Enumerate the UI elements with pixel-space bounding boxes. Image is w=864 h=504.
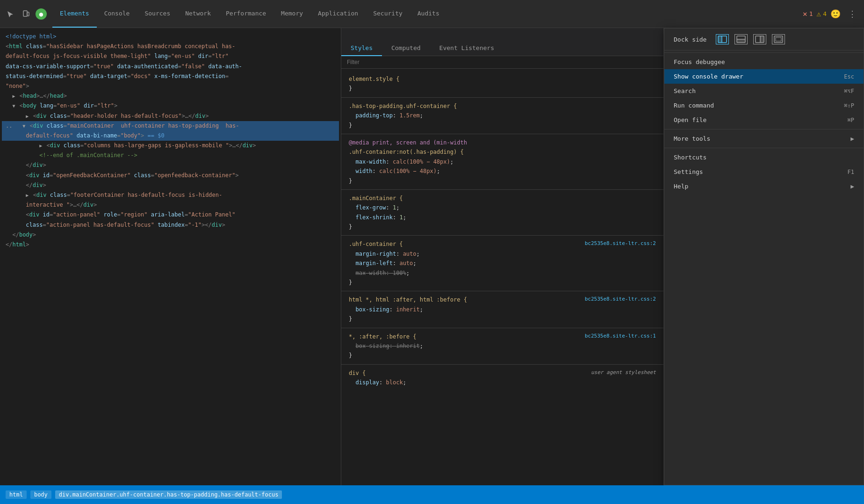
css-block-main-container: .mainContainer { flex-grow: 1; flex-shri… [341, 192, 663, 234]
main-layout: <!doctype html> <html class="hasSidebar … [0, 28, 864, 485]
styles-content: element.style { } .has-top-padding.uhf-c… [341, 69, 663, 470]
menu-item-help[interactable]: Help ▶ [664, 179, 864, 194]
html-line-selected[interactable]: default-focus" data-bi-name="body"> == $… [2, 131, 339, 141]
status-bar: html body div.mainContainer.uhf-containe… [0, 485, 864, 504]
html-content: <!doctype html> <html class="hasSidebar … [0, 28, 341, 253]
svg-rect-3 [718, 36, 722, 43]
css-source-link-3[interactable]: bc2535e8.site-ltr.css:1 [585, 332, 656, 341]
error-badge[interactable]: ✕ 1 [803, 9, 813, 18]
svg-rect-12 [776, 37, 781, 41]
status-tag-html[interactable]: html [6, 490, 27, 499]
css-block-html-all: html *, html :after, html :before { bc25… [341, 293, 663, 325]
html-line: class="action-panel has-default-focus" t… [2, 220, 339, 230]
undock-button[interactable] [772, 34, 785, 44]
menu-item-focus-debuggee[interactable]: Focus debuggee [664, 55, 864, 69]
html-line: </body> [2, 230, 339, 240]
menu-item-open-file[interactable]: Open file ⌘P [664, 113, 864, 127]
html-line: <html class="hasSidebar hasPageActions h… [2, 42, 339, 51]
record-icon[interactable]: ● [36, 8, 47, 20]
html-line: "none"> [2, 81, 339, 91]
tab-styles[interactable]: Styles [341, 41, 382, 56]
device-icon[interactable] [20, 7, 33, 21]
tab-network[interactable]: Network [178, 0, 218, 28]
tab-application[interactable]: Application [310, 0, 366, 28]
devtools-toolbar: ● Elements Console Sources Network Perfo… [0, 0, 864, 28]
css-source-link[interactable]: bc2535e8.site-ltr.css:2 [585, 239, 656, 248]
panel-tabs: Styles Computed Event Listeners [341, 28, 663, 56]
html-line: ▶ <head>…</head> [2, 91, 339, 101]
tab-list: Elements Console Sources Network Perform… [52, 0, 803, 28]
feedback-icon[interactable]: 🙂 [830, 9, 841, 19]
menu-item-search[interactable]: Search ⌘⌥F [664, 84, 864, 98]
tab-audits[interactable]: Audits [410, 0, 447, 28]
html-line: ▼ <body lang="en-us" dir="ltr"> [2, 101, 339, 111]
css-block-has-top-padding: .has-top-padding.uhf-container { padding… [341, 100, 663, 132]
svg-rect-1 [27, 12, 29, 16]
toolbar-right: ✕ 1 ⚠ 4 🙂 ⋮ [803, 7, 860, 21]
tab-performance[interactable]: Performance [218, 0, 274, 28]
tab-elements[interactable]: Elements [52, 0, 97, 28]
dropdown-menu: Dock side [664, 28, 864, 485]
html-line: ▶ <div class="header-holder has-default-… [2, 111, 339, 121]
tab-sources[interactable]: Sources [137, 0, 178, 28]
html-line: <div id="action-panel" role="region" ari… [2, 210, 339, 220]
status-tag-div[interactable]: div.mainContainer.uhf-container.has-top-… [55, 490, 282, 499]
tab-security[interactable]: Security [366, 0, 410, 28]
html-line: ▶ <div class="footerContainer has-defaul… [2, 190, 339, 200]
status-tag-body[interactable]: body [30, 490, 51, 499]
help-arrow: ▶ [850, 183, 854, 190]
html-line: data-css-variable-support="true" data-au… [2, 62, 339, 72]
styles-panel: Styles Computed Event Listeners element.… [341, 28, 664, 485]
html-line: </html> [2, 240, 339, 250]
filter-bar [341, 56, 663, 69]
html-line-selected[interactable]: .. ▼ <div class="mainContainer uhf-conta… [2, 121, 339, 131]
menu-item-shortcuts[interactable]: Shortcuts [664, 150, 864, 165]
html-line: <!--end of .mainContainer --> [2, 151, 339, 160]
css-block-element-style: element.style { } [341, 72, 663, 95]
html-line: default-focus js-focus-visible theme-lig… [2, 51, 339, 61]
dock-side-section: Dock side [664, 29, 864, 50]
dock-right-button[interactable] [753, 34, 766, 44]
svg-rect-0 [23, 11, 27, 16]
tab-console[interactable]: Console [97, 0, 137, 28]
css-block-uhf-container: .uhf-container { bc2535e8.site-ltr.css:2… [341, 238, 663, 289]
tab-event-listeners[interactable]: Event Listeners [430, 41, 504, 56]
menu-item-more-tools[interactable]: More tools ▶ [664, 131, 864, 146]
filter-input[interactable] [347, 59, 658, 65]
html-panel: <!doctype html> <html class="hasSidebar … [0, 28, 341, 485]
svg-rect-6 [737, 39, 745, 43]
html-line: </div> [2, 180, 339, 190]
cursor-icon[interactable] [4, 7, 17, 21]
more-tools-arrow: ▶ [850, 135, 854, 142]
css-block-all: *, :after, :before { bc2535e8.site-ltr.c… [341, 330, 663, 362]
menu-item-run-command[interactable]: Run command ⌘⇧P [664, 98, 864, 113]
html-line: interactive ">…</div> [2, 200, 339, 210]
html-line: <!doctype html> [2, 32, 339, 42]
dock-side-label: Dock side [674, 36, 706, 43]
warning-badge[interactable]: ⚠ 4 [817, 9, 827, 18]
menu-item-settings[interactable]: Settings F1 [664, 165, 864, 179]
tab-computed[interactable]: Computed [382, 41, 430, 56]
menu-item-show-console-drawer[interactable]: Show console drawer Esc [664, 69, 864, 84]
css-block-div: div { user agent stylesheet display: blo… [341, 367, 663, 389]
svg-rect-9 [760, 36, 764, 43]
css-source-link-2[interactable]: bc2535e8.site-ltr.css:2 [585, 295, 656, 304]
dock-bottom-button[interactable] [734, 34, 748, 44]
html-line: ▶ <div class="columns has-large-gaps is-… [2, 141, 339, 151]
html-line: status-determined="true" data-target="do… [2, 72, 339, 81]
html-line: </div> [2, 160, 339, 170]
css-block-media: @media print, screen and (min-width .uhf… [341, 136, 663, 187]
html-line: <div id="openFeedbackContainer" class="o… [2, 171, 339, 180]
toolbar-icons: ● [4, 7, 47, 21]
more-options-button[interactable]: ⋮ [844, 7, 860, 21]
dock-left-button[interactable] [716, 34, 729, 44]
tab-memory[interactable]: Memory [274, 0, 310, 28]
